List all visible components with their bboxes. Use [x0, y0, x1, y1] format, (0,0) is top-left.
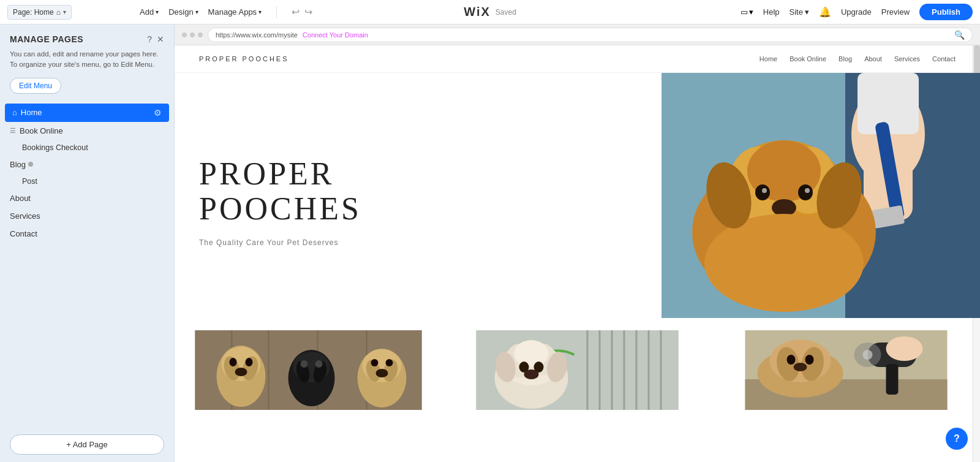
svg-point-43 [376, 369, 388, 377]
sidebar-item-home[interactable]: ⌂ Home ⚙ [5, 104, 169, 122]
svg-rect-48 [587, 330, 589, 410]
url-text: https://www.wix.com/mysite [216, 31, 298, 39]
svg-point-59 [514, 340, 549, 367]
nav-link-book-online[interactable]: Book Online [790, 55, 826, 62]
design-chevron: ▾ [195, 9, 198, 15]
main-layout: MANAGE PAGES ? ✕ You can add, edit and r… [0, 25, 980, 462]
browser-search-icon[interactable]: 🔍 [954, 30, 965, 40]
nav-link-blog[interactable]: Blog [839, 55, 852, 62]
sidebar-close-icon[interactable]: ✕ [157, 34, 164, 44]
svg-rect-68 [886, 364, 899, 395]
nav-link-services[interactable]: Services [894, 55, 920, 62]
svg-point-13 [755, 184, 770, 200]
sidebar-item-blog[interactable]: Blog [0, 156, 174, 173]
gallery-item-3 [712, 330, 980, 410]
publish-button[interactable]: Publish [919, 4, 973, 20]
toolbar-right: ▭ ▾ Help Site ▾ 🔔 Upgrade Preview Publis… [741, 4, 973, 20]
sidebar-item-about[interactable]: About [0, 189, 174, 207]
home-icon: ⌂ [56, 8, 61, 17]
add-page-button[interactable]: + Add Page [10, 434, 164, 455]
notifications-bell[interactable]: 🔔 [819, 6, 831, 18]
about-label: About [10, 194, 31, 203]
sidebar-item-bookings-checkout[interactable]: Bookings Checkout [0, 140, 174, 156]
toolbar-divider [276, 6, 277, 18]
site-logo: PROPER POOCHES [199, 55, 289, 62]
sidebar-item-services[interactable]: Services [0, 207, 174, 225]
svg-point-38 [315, 360, 323, 368]
page-selector-label: Page: Home [13, 8, 54, 17]
hero-title: PROPER POOCHES [199, 156, 637, 226]
preview-button[interactable]: Preview [881, 7, 910, 17]
svg-point-45 [386, 359, 393, 366]
browser-bar: https://www.wix.com/mysite Connect Your … [175, 25, 980, 45]
svg-point-32 [246, 358, 253, 366]
sidebar-item-post[interactable]: Post [0, 173, 174, 189]
sidebar-header: MANAGE PAGES ? ✕ [0, 25, 174, 49]
nav-link-contact[interactable]: Contact [932, 55, 956, 62]
connect-domain-link[interactable]: Connect Your Domain [303, 31, 368, 39]
sidebar-pages: ⌂ Home ⚙ ☰ Book Online Bookings Checkout… [0, 101, 174, 428]
edit-menu-button[interactable]: Edit Menu [10, 78, 61, 94]
preview-area: https://www.wix.com/mysite Connect Your … [175, 25, 980, 462]
svg-point-37 [301, 360, 308, 368]
page-selector[interactable]: Page: Home ⌂ ▾ [7, 5, 72, 20]
browser-dots [182, 32, 203, 37]
page-selector-chevron: ▾ [63, 9, 66, 15]
website-content: PROPER POOCHES Home Book Online Blog Abo… [175, 45, 980, 462]
toolbar-left: Page: Home ⌂ ▾ [7, 5, 130, 20]
home-page-icon: ⌂ [12, 108, 17, 117]
svg-point-30 [235, 368, 247, 376]
nav-link-home[interactable]: Home [760, 55, 777, 62]
sidebar-footer: + Add Page [0, 427, 174, 462]
svg-rect-49 [599, 330, 601, 410]
browser-dot-2 [190, 32, 195, 37]
svg-point-17 [704, 214, 864, 312]
site-hero: PROPER POOCHES The Quality Care Your Pet… [175, 73, 980, 330]
gallery-item-2 [443, 330, 711, 410]
saved-status: Saved [496, 8, 516, 17]
svg-rect-53 [648, 330, 650, 410]
book-online-icon: ☰ [10, 127, 16, 135]
wix-logo: WiX [464, 5, 491, 19]
sidebar-help-icon[interactable]: ? [147, 34, 152, 44]
bookings-checkout-label: Bookings Checkout [22, 143, 88, 152]
hero-image [662, 73, 980, 318]
services-label: Services [10, 211, 40, 221]
site-menu[interactable]: Site ▾ [790, 7, 809, 17]
svg-point-15 [762, 188, 767, 193]
svg-point-75 [787, 355, 796, 365]
sidebar-item-contact[interactable]: Contact [0, 225, 174, 243]
blog-icon [28, 162, 33, 167]
design-menu-item[interactable]: Design ▾ [168, 7, 198, 17]
gallery-item-1 [175, 330, 442, 410]
browser-dot-3 [198, 32, 203, 37]
svg-rect-51 [624, 330, 625, 410]
svg-point-31 [230, 358, 237, 366]
svg-point-64 [524, 369, 539, 379]
toolbar-menu: Add ▾ Design ▾ Manage Apps ▾ ↩ ↪ [140, 6, 312, 18]
help-floating-button[interactable]: ? [946, 428, 968, 450]
help-button[interactable]: Help [763, 7, 780, 17]
sidebar-header-icons: ? ✕ [147, 34, 164, 44]
undo-button[interactable]: ↩ [292, 6, 300, 18]
manage-apps-chevron: ▾ [258, 9, 262, 15]
book-online-label: Book Online [20, 126, 63, 135]
upgrade-button[interactable]: Upgrade [841, 7, 872, 17]
toolbar: Page: Home ⌂ ▾ Add ▾ Design ▾ Manage App… [0, 0, 980, 25]
site-chevron: ▾ [805, 7, 809, 17]
toolbar-center: WiX Saved [464, 5, 516, 19]
home-gear-icon[interactable]: ⚙ [154, 108, 162, 118]
contact-label: Contact [10, 229, 37, 238]
svg-rect-52 [636, 330, 638, 410]
browser-url-bar[interactable]: https://www.wix.com/mysite Connect Your … [208, 28, 973, 42]
redo-button[interactable]: ↪ [304, 6, 312, 18]
add-menu-item[interactable]: Add ▾ [140, 7, 159, 17]
hero-image-svg [662, 73, 980, 318]
manage-apps-menu-item[interactable]: Manage Apps ▾ [208, 7, 262, 17]
sidebar-item-book-online[interactable]: ☰ Book Online [0, 122, 174, 140]
nav-link-about[interactable]: About [864, 55, 882, 62]
post-label: Post [22, 177, 37, 186]
device-selector[interactable]: ▭ ▾ [741, 7, 753, 17]
add-chevron: ▾ [156, 9, 159, 15]
svg-point-70 [863, 350, 873, 360]
